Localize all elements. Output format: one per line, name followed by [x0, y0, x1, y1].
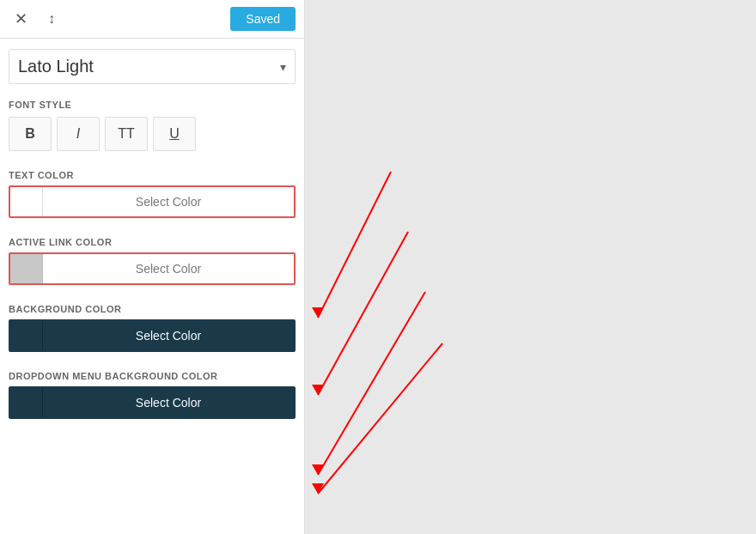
dropdown-menu-bg-color-select-label: Select Color: [43, 396, 294, 410]
sort-button[interactable]: ↕: [40, 7, 64, 31]
dropdown-menu-bg-color-section: DROPDOWN MENU BACKGROUND COLOR Select Co…: [0, 364, 304, 431]
font-style-buttons: B I TT U: [9, 117, 296, 151]
chevron-down-icon: ▾: [280, 60, 286, 74]
background-color-label: BACKGROUND COLOR: [9, 304, 296, 314]
text-color-section: TEXT COLOR Select Color: [0, 163, 304, 230]
saved-button[interactable]: Saved: [230, 7, 296, 31]
bold-icon: B: [25, 126, 35, 142]
svg-marker-7: [312, 483, 324, 494]
svg-marker-3: [312, 385, 324, 395]
background-color-button[interactable]: Select Color: [9, 319, 296, 352]
italic-button[interactable]: I: [57, 117, 100, 151]
svg-marker-1: [312, 307, 324, 318]
allcaps-icon: TT: [118, 126, 135, 142]
text-color-select-label: Select Color: [43, 195, 294, 209]
dropdown-menu-bg-color-label: DROPDOWN MENU BACKGROUND COLOR: [9, 371, 296, 381]
close-button[interactable]: ✕: [9, 7, 33, 31]
background-color-swatch: [10, 321, 43, 350]
active-link-color-swatch: [10, 254, 43, 283]
text-color-swatch: [10, 187, 43, 216]
svg-line-0: [318, 172, 391, 318]
font-selector-dropdown[interactable]: Lato Light ▾: [9, 49, 296, 84]
font-style-label: FONT STYLE: [9, 100, 296, 110]
italic-icon: I: [76, 126, 80, 142]
sidebar-panel: ✕ ↕ Saved Lato Light ▾ FONT STYLE B I TT…: [0, 0, 305, 534]
active-link-color-label: ACTIVE LINK COLOR: [9, 237, 296, 247]
font-selector-label: Lato Light: [18, 57, 94, 76]
background-color-section: BACKGROUND COLOR Select Color: [0, 297, 304, 364]
active-link-color-section: ACTIVE LINK COLOR Select Color: [0, 230, 304, 297]
underline-button[interactable]: U: [153, 117, 196, 151]
svg-marker-5: [312, 464, 324, 475]
text-color-button[interactable]: Select Color: [9, 185, 296, 218]
arrows-overlay: [305, 0, 756, 534]
active-link-color-select-label: Select Color: [43, 262, 294, 276]
svg-line-6: [318, 343, 442, 494]
svg-line-2: [318, 232, 408, 395]
svg-line-4: [318, 292, 425, 475]
active-link-color-button[interactable]: Select Color: [9, 252, 296, 285]
underline-icon: U: [169, 126, 180, 142]
allcaps-button[interactable]: TT: [105, 117, 148, 151]
dropdown-menu-bg-color-swatch: [10, 388, 43, 417]
font-style-section: FONT STYLE B I TT U: [0, 91, 304, 163]
text-color-label: TEXT COLOR: [9, 170, 296, 180]
dropdown-menu-bg-color-button[interactable]: Select Color: [9, 386, 296, 419]
background-color-select-label: Select Color: [43, 329, 294, 343]
main-area: [305, 0, 756, 534]
bold-button[interactable]: B: [9, 117, 52, 151]
toolbar: ✕ ↕ Saved: [0, 0, 304, 39]
